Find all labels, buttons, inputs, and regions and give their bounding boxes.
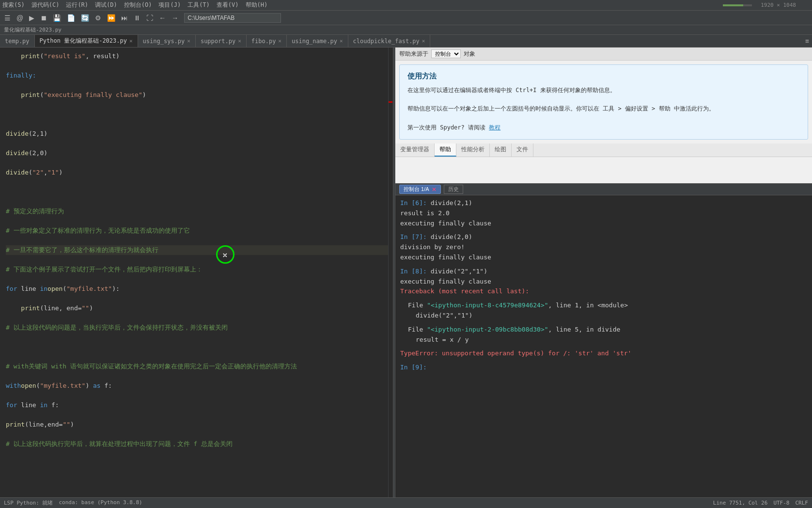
help-tab-variables[interactable]: 变量管理器 [395,143,435,157]
console-entry: In [8]: divide("2","1") [400,267,807,277]
help-card-title: 使用方法 [407,72,800,81]
toolbar-run-icon[interactable]: ▶ [27,13,36,23]
toolbar-gear-icon[interactable]: ⚙ [93,13,103,23]
toolbar-list-icon[interactable]: ☰ [2,13,13,23]
tab-label: fibo.py [251,38,276,45]
code-line [6,333,393,342]
console-prompt: In [9]: [400,364,427,371]
toolbar-at-icon[interactable]: @ [15,13,25,23]
console-history-button[interactable]: 历史 [444,185,463,194]
help-tab-help[interactable]: 帮助 [435,143,456,157]
menu-run[interactable]: 运行(R) [66,1,88,9]
toolbar-stop-icon[interactable]: ⏹ [38,13,49,23]
code-editor[interactable]: print("result is", result) finally: prin… [0,48,393,497]
code-line: print("executing finally clause") [6,90,393,100]
console-entry: result = x / y [400,335,807,345]
tab-close-cloudpickle[interactable]: ✕ [422,38,425,44]
code-line [6,410,393,420]
menu-project[interactable]: 项目(J) [158,1,181,9]
menu-search[interactable]: 搜索(S) [2,1,25,9]
toolbar-reload-icon[interactable]: 🔄 [79,13,91,23]
toolbar-forward-icon[interactable]: → [170,13,180,23]
tab-temp[interactable]: temp.py [0,35,35,47]
code-line: with open("myfile.txt") as f: [6,381,393,391]
code-line [6,187,393,197]
help-tab-profiler[interactable]: 性能分析 [456,143,490,157]
console-input: divide(2,0) [431,233,472,240]
console-entry: executing finally clause [400,253,807,263]
toolbar-step-icon[interactable]: ⏩ [105,13,117,23]
tab-cloudpickle[interactable]: cloudpickle_fast.py ✕ [348,35,431,47]
menu-debug[interactable]: 调试(D) [95,1,117,9]
tab-close-using-sys[interactable]: ✕ [187,38,190,44]
console-title-button[interactable]: 控制台 1/A ✕ [399,185,441,194]
help-body-line1: 在这里你可以通过在编辑器或者终端中按 Ctrl+I 来获得任何对象的帮助信息。 [407,86,800,95]
console-panel: 控制台 1/A ✕ 历史 In [6]: divide(2,1) result … [395,183,812,497]
toolbar-step2-icon[interactable]: ⏭ [119,13,130,23]
console-close-icon[interactable]: ✕ [432,186,437,193]
console-output-line: result is 2.0 [400,209,450,217]
code-line [6,371,393,381]
help-source-dropdown[interactable]: 控制台 [431,49,461,58]
code-line: divide(2,1) [6,129,393,139]
tab-close-main[interactable]: ✕ [129,38,133,44]
tab-close-support[interactable]: ✕ [238,38,241,44]
console-entry: File "<ipython-input-2-09bc8bb08d30>", l… [400,325,807,335]
tabs-bar: temp.py Python 量化编程基础-2023.py ✕ using_sy… [0,35,812,48]
console-trace-suffix: , line 5, in divide [548,326,621,333]
menu-console[interactable]: 控制台(O) [124,1,152,9]
code-line [6,255,393,265]
menu-source[interactable]: 源代码(C) [31,1,60,9]
tab-using-sys[interactable]: using_sys.py ✕ [138,35,196,47]
code-line-comment: # with关键词 with 语句就可以保证诸如文件之类的对象在使用完之后一定会… [6,362,393,371]
help-tabs: 变量管理器 帮助 性能分析 绘图 文件 [395,143,812,157]
console-prompt: In [8]: [400,268,427,275]
tab-main[interactable]: Python 量化编程基础-2023.py ✕ [35,35,138,47]
tabs-overflow-menu[interactable]: ≡ [802,35,812,47]
toolbar-maximize-icon[interactable]: ⛶ [144,13,155,23]
console-entry: Traceback (most recent call last): [400,286,807,297]
console-trace-link2[interactable]: "<ipython-input-2-09bc8bb08d30>" [427,326,548,333]
code-line-comment: # 一旦不需要它了，那么这个标准的清理行为就会执行 [6,245,393,255]
code-line-comment: # 预定义的清理行为 [6,206,393,216]
console-output[interactable]: In [6]: divide(2,1) result is 2.0 execut… [395,195,812,497]
help-tab-files[interactable]: 文件 [512,143,533,157]
code-line-comment: # 下面这个例子展示了尝试打开一个文件，然后把内容打印到屏幕上： [6,265,393,274]
console-prompt: In [7]: [400,233,427,240]
console-entry: In [9]: [400,363,807,373]
help-panel-header: 帮助来源于 控制台 对象 [395,48,812,61]
toolbar-back-icon[interactable]: ← [157,13,168,23]
toolbar-new-icon[interactable]: 📄 [65,13,77,23]
help-card-footer: 第一次使用 Spyder? 请阅读 教程 [407,123,800,132]
console-output-line: executing finally clause [400,278,491,285]
editor-error-gutter [388,48,393,497]
console-error-line: Traceback (most recent call last): [400,287,529,295]
help-tutorial-link[interactable]: 教程 [489,124,500,131]
console-title-label: 控制台 1/A [404,186,429,193]
toolbar-save-icon[interactable]: 💾 [51,13,63,23]
tab-fibo[interactable]: fibo.py ✕ [247,35,287,47]
tab-using-name[interactable]: using_name.py ✕ [287,35,348,47]
code-line [6,119,393,129]
code-line [6,110,393,119]
tab-label: cloudpickle_fast.py [353,38,420,45]
menu-tools[interactable]: 工具(T) [187,1,210,9]
tab-label: Python 量化编程基础-2023.py [40,37,127,45]
help-tab-plots[interactable]: 绘图 [490,143,512,157]
tab-close-fibo[interactable]: ✕ [278,38,281,44]
tab-close-using-name[interactable]: ✕ [340,38,343,44]
tab-support[interactable]: support.py ✕ [196,35,247,47]
console-spacer [400,263,807,267]
window-size-info: 1920 × 1048 [761,2,796,8]
code-line: print(line, end="") [6,303,393,313]
console-trace-link[interactable]: "<ipython-input-8-c4579e894624>" [427,302,548,309]
code-line [6,294,393,303]
menu-help[interactable]: 帮助(H) [246,1,268,9]
path-input[interactable] [184,13,281,23]
code-line: print("result is", result) [6,51,393,61]
code-line [6,274,393,284]
editor-content[interactable]: print("result is", result) finally: prin… [0,48,393,497]
menu-view[interactable]: 查看(V) [217,1,239,9]
console-entry: TypeError: unsupported operand type(s) f… [400,349,807,359]
toolbar-pause-icon[interactable]: ⏸ [132,13,142,23]
